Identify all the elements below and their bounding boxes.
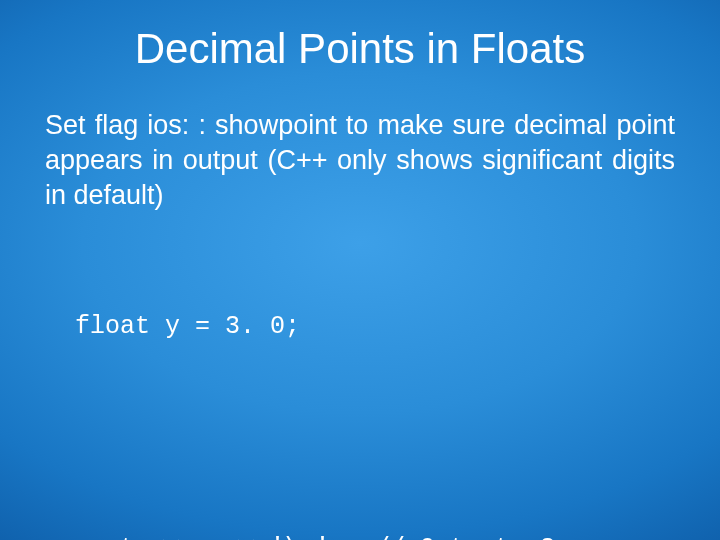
slide-title: Decimal Points in Floats [40,25,680,73]
code-block: float y = 3. 0; cout << y << '\n'; // Ou… [40,233,680,540]
code-line-2: cout << y << '\n'; // Outputs 3 [75,530,680,540]
slide-container: Decimal Points in Floats Set flag ios: :… [0,0,720,540]
code-gap [75,423,680,455]
code-line-1: float y = 3. 0; [75,308,680,346]
slide-body-text: Set flag ios: : showpoint to make sure d… [40,108,680,213]
